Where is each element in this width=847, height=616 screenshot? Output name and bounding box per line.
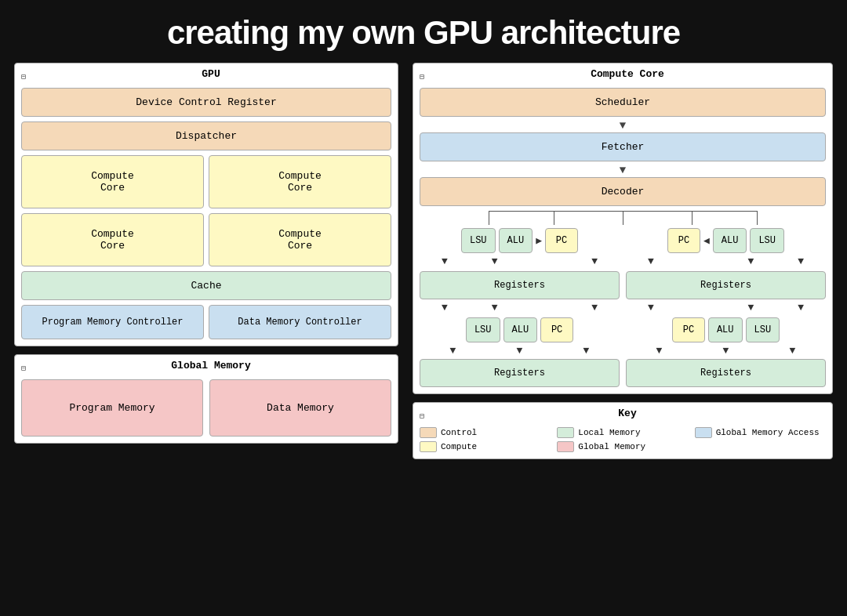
- gpu-panel: ⊟ GPU Device Control Register Dispatcher…: [14, 63, 398, 346]
- left-branch-units-1: LSU ALU ▶ PC: [461, 228, 578, 253]
- memory-controllers: Program Memory Controller Data Memory Co…: [21, 305, 391, 339]
- left-arrows-3: ▼ ▼ ▼: [420, 346, 620, 356]
- key-global-memory-access-swatch: [695, 427, 712, 438]
- device-control-register: Device Control Register: [21, 88, 391, 117]
- gpu-panel-icon: ⊟: [21, 72, 26, 82]
- right-arrows-3: ▼ ▼ ▼: [626, 346, 826, 356]
- cache: Cache: [21, 271, 391, 300]
- global-mem-title: Global Memory: [31, 360, 391, 371]
- key-panel-title: Key: [429, 408, 826, 419]
- right-registers-1: Registers: [626, 271, 826, 299]
- key-global-memory-label: Global Memory: [578, 442, 645, 451]
- arrow-fetcher-decoder: ▼: [620, 165, 626, 174]
- program-memory: Program Memory: [21, 379, 203, 437]
- right-arrows-2: ▼ ▼ ▼ ▼: [626, 303, 826, 314]
- key-local-memory: Local Memory: [557, 427, 688, 438]
- key-local-memory-label: Local Memory: [578, 428, 640, 437]
- compute-core-2: ComputeCore: [209, 155, 391, 208]
- right-branch: PC ◀ ALU LSU ▼ ▼ ▼ ▼ Registers: [626, 228, 826, 387]
- left-branch-units-2: LSU ALU PC: [466, 317, 573, 342]
- left-alu-1: ALU: [499, 228, 533, 253]
- gpu-inner: Device Control Register Dispatcher Compu…: [21, 88, 391, 339]
- right-pc-1: PC: [667, 228, 700, 253]
- right-lsu-1: LSU: [750, 228, 784, 253]
- key-compute-swatch: [420, 441, 437, 452]
- right-column: ⊟ Compute Core Scheduler ▼ Fetcher ▼ Dec…: [413, 63, 833, 459]
- right-branch-units-1: PC ◀ ALU LSU: [667, 228, 784, 253]
- left-column: ⊟ GPU Device Control Register Dispatcher…: [14, 63, 398, 459]
- key-compute-label: Compute: [441, 442, 477, 451]
- alu-pc-arrow-left: ▶: [536, 234, 542, 247]
- right-pc-2: PC: [672, 317, 705, 342]
- key-grid: Control Local Memory Global Memory Acces…: [420, 427, 826, 452]
- left-pc-2: PC: [540, 317, 573, 342]
- right-branch-units-2: PC ALU LSU: [672, 317, 780, 342]
- key-panel: ⊟ Key Control Local Memory Global Memory…: [413, 402, 833, 459]
- key-global-memory-swatch: [557, 441, 574, 452]
- key-control-label: Control: [441, 428, 477, 437]
- key-local-memory-swatch: [557, 427, 574, 438]
- global-memory-panel: ⊟ Global Memory Program Memory Data Memo…: [14, 354, 398, 444]
- right-alu-2: ALU: [708, 317, 743, 342]
- fetcher: Fetcher: [420, 132, 826, 161]
- pc-alu-arrow-right: ◀: [703, 234, 710, 247]
- compute-core-panel-title: Compute Core: [429, 68, 826, 80]
- compute-inner: Scheduler ▼ Fetcher ▼ Decoder: [420, 88, 826, 387]
- left-lsu-1: LSU: [461, 228, 496, 253]
- branches-container: LSU ALU ▶ PC ▼ ▼ ▼ ▼ Registers: [420, 228, 826, 387]
- key-control: Control: [420, 427, 551, 438]
- right-lsu-2: LSU: [746, 317, 780, 342]
- compute-core-1: ComputeCore: [21, 155, 204, 208]
- page-title: creating my own GPU architecture: [167, 0, 680, 63]
- data-memory-controller: Data Memory Controller: [209, 305, 391, 339]
- gpu-panel-title: GPU: [31, 68, 391, 80]
- decoder: Decoder: [420, 177, 826, 206]
- scheduler: Scheduler: [420, 88, 826, 117]
- left-registers-2: Registers: [420, 359, 620, 387]
- key-global-memory-access-label: Global Memory Access: [716, 428, 820, 437]
- global-mem-icon: ⊟: [21, 364, 26, 373]
- data-memory: Data Memory: [209, 379, 391, 437]
- key-panel-icon: ⊟: [420, 411, 424, 421]
- global-mem-grid: Program Memory Data Memory: [21, 379, 391, 437]
- left-arrows-1: ▼ ▼ ▼ ▼: [420, 256, 620, 268]
- compute-core-panel-icon: ⊟: [420, 72, 424, 82]
- left-lsu-2: LSU: [466, 317, 500, 342]
- compute-core-3: ComputeCore: [21, 213, 204, 266]
- cores-grid: ComputeCore ComputeCore ComputeCore Comp…: [21, 155, 391, 266]
- right-arrows-1: ▼ ▼ ▼ ▼: [626, 256, 826, 268]
- key-global-memory-access: Global Memory Access: [695, 427, 826, 438]
- right-alu-1: ALU: [713, 228, 747, 253]
- left-pc-1: PC: [545, 228, 578, 253]
- right-registers-2: Registers: [626, 359, 826, 387]
- decoder-branches-visual: [420, 211, 826, 225]
- program-memory-controller: Program Memory Controller: [21, 305, 204, 339]
- key-control-swatch: [420, 427, 437, 438]
- arrow-scheduler-fetcher: ▼: [620, 120, 626, 129]
- key-compute: Compute: [420, 441, 551, 452]
- left-registers-1: Registers: [420, 271, 620, 299]
- left-branch: LSU ALU ▶ PC ▼ ▼ ▼ ▼ Registers: [420, 228, 620, 387]
- key-global-memory: Global Memory: [557, 441, 688, 452]
- left-alu-2: ALU: [503, 317, 538, 342]
- compute-core-panel: ⊟ Compute Core Scheduler ▼ Fetcher ▼ Dec…: [413, 63, 833, 394]
- left-arrows-2: ▼ ▼ ▼ ▼: [420, 303, 620, 314]
- dispatcher: Dispatcher: [21, 121, 391, 150]
- compute-core-4: ComputeCore: [209, 213, 391, 266]
